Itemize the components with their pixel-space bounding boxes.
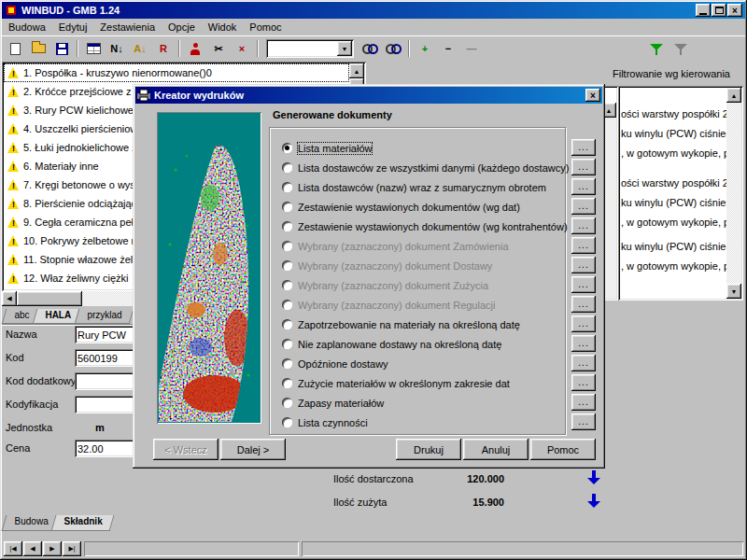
nav-prev-button[interactable]: ◀	[23, 541, 42, 556]
combobox-dropdown-button[interactable]: ▼	[337, 41, 352, 56]
radio-button	[282, 358, 292, 369]
option-browse-button[interactable]: ...	[571, 335, 596, 352]
sheet-tabs: abcHALAprzyklad	[4, 309, 127, 324]
filter-label: Filtrowanie wg kierowania	[613, 68, 730, 79]
bottom-tab[interactable]: Składnik	[51, 515, 115, 531]
print-options: Lista materiałów Lista dostawców ze wszy…	[275, 138, 560, 432]
option-browse-button[interactable]: ...	[571, 394, 596, 411]
qty-used-arrow-icon[interactable]	[586, 494, 601, 509]
cena-label: Cena	[6, 442, 30, 454]
option-browse-button[interactable]: ...	[571, 355, 596, 371]
warning-icon	[7, 217, 20, 228]
qty-delivered-label: Ilość dostarczona	[333, 473, 414, 484]
find-icon[interactable]	[359, 37, 381, 60]
new-document-icon[interactable]	[4, 37, 26, 60]
menu-item[interactable]: Opcje	[162, 20, 202, 35]
dialog-close-button[interactable]: ×	[585, 89, 600, 102]
description-vertical-scrollbar[interactable]: ▲ ▼	[726, 88, 741, 299]
close-icon: ×	[590, 91, 596, 101]
pomoc-button[interactable]: Pomoc	[530, 439, 596, 460]
sort-alpha-icon[interactable]: A↓	[129, 37, 151, 60]
toolbar-separator	[254, 37, 261, 60]
scroll-down-button[interactable]: ▼	[726, 284, 741, 299]
nav-next-button[interactable]: ▶	[43, 541, 62, 556]
cut-icon[interactable]: ✂	[207, 37, 230, 60]
close-button[interactable]: ×	[727, 4, 742, 17]
status-bar: |◀◀▶▶|	[2, 539, 745, 558]
print-option-row[interactable]: Zapasy materiałów	[275, 393, 560, 413]
sort-r-icon[interactable]: R	[152, 37, 175, 60]
print-option-row[interactable]: Zestawienie wystawionych dokumentów (wg …	[275, 197, 560, 217]
sheet-tab[interactable]: przyklad	[75, 309, 134, 324]
save-icon[interactable]	[50, 37, 73, 60]
clear-filter-icon[interactable]	[669, 39, 689, 60]
menu-item[interactable]: Budowa	[2, 20, 52, 35]
main-window: WINBUD - GMB 1.24 × BudowaEdytujZestawie…	[0, 0, 747, 560]
dialog-title-bar[interactable]: Kreator wydruków ×	[135, 87, 602, 104]
title-bar[interactable]: WINBUD - GMB 1.24 ×	[2, 2, 745, 19]
dialog-title: Kreator wydruków	[154, 90, 582, 101]
option-browse-button[interactable]: ...	[571, 217, 596, 234]
toolbar-combobox[interactable]: ▼	[266, 39, 354, 58]
nav-first-button[interactable]: |◀	[4, 541, 22, 556]
print-option-row[interactable]: Lista dostawców (nazw) wraz z sumaryczny…	[275, 177, 560, 197]
qty-delivered-arrow-icon[interactable]	[586, 470, 601, 485]
print-option-row[interactable]: Opóźnione dostawy	[275, 354, 560, 373]
anuluj-button[interactable]: Anuluj	[463, 439, 529, 460]
drukuj-button[interactable]: Drukuj	[396, 439, 461, 460]
person-icon[interactable]	[184, 37, 206, 60]
menu-item[interactable]: Edytuj	[52, 20, 94, 35]
scroll-left-button[interactable]: ◀	[2, 291, 17, 306]
option-browse-button[interactable]: ...	[571, 178, 596, 195]
print-option-row[interactable]: Lista dostawców ze wszystkimi danymi (ka…	[275, 158, 560, 177]
menu-item[interactable]: Zestawienia	[93, 20, 162, 35]
radio-button	[282, 143, 292, 153]
maximize-button[interactable]	[712, 4, 726, 17]
radio-button	[282, 378, 292, 388]
open-folder-icon[interactable]	[27, 37, 49, 60]
status-panel	[302, 541, 743, 556]
description-line: ości warstwy pospółki 20 c	[621, 108, 727, 119]
print-option-row[interactable]: Lista czynności	[275, 413, 560, 432]
minimize-button[interactable]	[696, 4, 711, 17]
option-browse-button[interactable]: ...	[571, 374, 596, 391]
radio-button	[282, 162, 292, 173]
remove-row-icon[interactable]: −	[437, 37, 459, 60]
scroll-up-button[interactable]: ▲	[349, 63, 364, 78]
print-option-row[interactable]: Lista materiałów	[275, 138, 560, 158]
option-browse-button[interactable]: ...	[571, 413, 596, 430]
find-next-icon[interactable]	[382, 37, 404, 60]
minimize-icon	[699, 13, 707, 15]
table-icon[interactable]	[82, 37, 105, 60]
warning-icon	[7, 105, 20, 116]
print-option-row[interactable]: Zestawienie wystawionych dokumentów (wg …	[275, 217, 560, 236]
radio-button	[282, 319, 292, 329]
kod-dodatkowy-label: Kod dodatkowy	[6, 375, 76, 386]
maximize-icon	[715, 7, 724, 14]
print-option-row[interactable]: Nie zaplanowane dostawy na określoną dat…	[275, 334, 560, 354]
filter-icon[interactable]	[644, 39, 665, 60]
menu-item[interactable]: Widok	[202, 20, 244, 35]
wizard-art	[159, 114, 260, 422]
option-browse-button[interactable]: ...	[571, 139, 596, 156]
scroll-thumb[interactable]	[17, 291, 82, 306]
dalej-button[interactable]: Dalej >	[220, 439, 286, 460]
description-line: ości warstwy pospółki 20 c	[621, 177, 727, 189]
warning-icon	[7, 161, 20, 172]
menu-item[interactable]: Pomoc	[243, 20, 288, 35]
print-option-row[interactable]: Zapotrzebowanie na materiały na określon…	[275, 315, 560, 334]
nav-last-button[interactable]: ▶|	[63, 541, 81, 556]
sort-name-icon[interactable]: N↓	[106, 37, 128, 60]
scroll-up-button[interactable]: ▲	[726, 88, 741, 103]
print-option-row[interactable]: Zużycie materiałów w określonym zakresie…	[275, 373, 560, 393]
option-browse-button[interactable]: ...	[571, 315, 596, 332]
jednostka-value: m	[95, 422, 105, 433]
option-browse-button[interactable]: ...	[571, 198, 596, 215]
qty-used-value: 15.900	[420, 497, 504, 508]
delete-icon[interactable]: ×	[231, 37, 253, 60]
add-row-icon[interactable]: +	[414, 37, 436, 60]
option-browse-button[interactable]: ...	[571, 159, 596, 175]
warning-icon	[7, 123, 20, 134]
toolbar-separator	[405, 37, 413, 60]
material-list-item[interactable]: 1. Pospółka - kruszywo nienormowane()0	[4, 63, 349, 82]
